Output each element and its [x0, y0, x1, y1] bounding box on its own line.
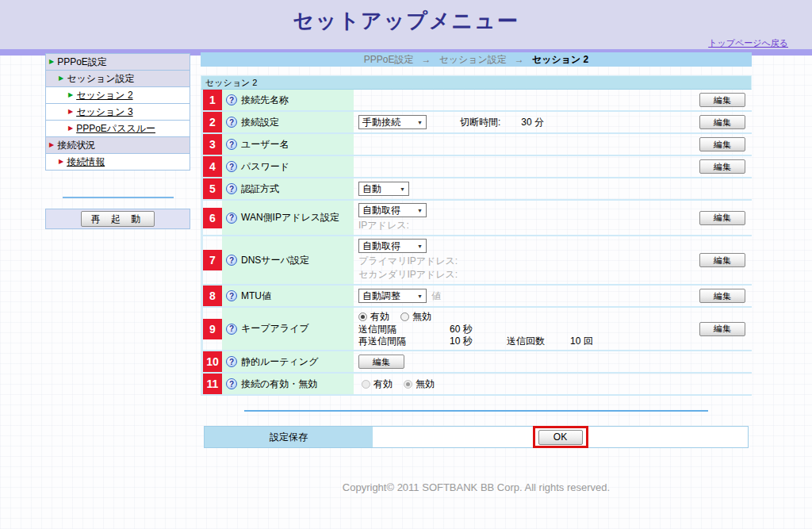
breadcrumb-arrow-icon: →: [421, 54, 431, 65]
sidebar-item-label: 接続状況: [57, 139, 95, 152]
sidebar: ▶ PPPoE設定 ▶ セッション設定 ▶ セッション 2 ▶ セッション 3 …: [45, 54, 190, 229]
ok-button[interactable]: OK: [538, 430, 583, 445]
help-icon[interactable]: ?: [226, 255, 237, 266]
row-label: WAN側IPアドレス設定: [241, 211, 339, 224]
breadcrumb-arrow-icon: →: [515, 54, 524, 65]
edit-button[interactable]: 編集: [699, 115, 745, 129]
keepalive-disabled-radio[interactable]: [400, 312, 409, 321]
connection-mode-select[interactable]: 手動接続 ▼: [358, 115, 427, 129]
select-value: 自動: [362, 182, 381, 196]
edit-button[interactable]: 編集: [699, 253, 745, 267]
row-connection-enable: 11 ? 接続の有効・無効 有効 無効: [203, 374, 752, 396]
static-routing-edit-button[interactable]: 編集: [358, 355, 404, 369]
sidebar-link-label[interactable]: セッション 2: [76, 89, 132, 102]
main-panel: PPPoE設定→セッション設定→セッション 2 セッション 2 1 ? 接続先名…: [201, 52, 752, 493]
breadcrumb-item: セッション設定: [439, 54, 506, 65]
row-number-badge: 6: [203, 208, 222, 228]
save-settings-label: 設定保存: [205, 427, 373, 447]
mtu-value-sublabel: 値: [431, 289, 441, 303]
row-mtu: 8 ? MTU値 自動調整 ▼ 値 編集: [203, 286, 752, 308]
row-number-badge: 3: [203, 134, 222, 155]
settings-table: 1 ? 接続先名称 編集 2 ? 接続設定 手動接続 ▼ 切断時間:: [201, 90, 752, 396]
radio-label: 有効: [373, 378, 393, 391]
row-number-badge: 2: [203, 112, 222, 132]
edit-button[interactable]: 編集: [699, 159, 745, 174]
section-header: セッション 2: [201, 75, 752, 90]
ip-address-sublabel: IPアドレス:: [358, 219, 685, 232]
help-icon[interactable]: ?: [226, 183, 237, 194]
breadcrumb-current: セッション 2: [532, 54, 588, 65]
sidebar-item-label: PPPoE設定: [57, 56, 107, 69]
back-to-top-link[interactable]: トップページへ戻る: [708, 37, 788, 49]
sidebar-link-label[interactable]: PPPoEパススルー: [76, 122, 155, 136]
row-number-badge: 5: [203, 178, 222, 199]
header-band: セットアップメニュー: [0, 0, 812, 49]
row-label: 接続設定: [241, 116, 279, 129]
help-icon[interactable]: ?: [226, 139, 237, 150]
arrow-icon: ▶: [59, 159, 63, 165]
help-icon[interactable]: ?: [226, 324, 237, 335]
row-static-routing: 10 ? 静的ルーティング 編集: [203, 351, 752, 374]
auth-method-select[interactable]: 自動 ▼: [358, 182, 409, 196]
select-value: 手動接続: [362, 116, 400, 129]
edit-button[interactable]: 編集: [699, 93, 745, 107]
select-value: 自動調整: [362, 289, 400, 303]
connection-disabled-radio: [404, 380, 412, 389]
help-icon[interactable]: ?: [226, 117, 237, 128]
row-label: キープアライブ: [241, 322, 309, 335]
help-icon[interactable]: ?: [226, 290, 237, 301]
help-icon[interactable]: ?: [226, 213, 237, 224]
radio-label: 無効: [412, 310, 431, 324]
edit-button[interactable]: 編集: [699, 137, 745, 151]
send-interval-label: 送信間隔: [358, 324, 450, 335]
sidebar-item-pppoe-passthrough[interactable]: ▶ PPPoEパススルー: [45, 120, 190, 137]
select-value: 自動取得: [362, 240, 400, 253]
row-number-badge: 11: [203, 374, 222, 394]
sidebar-divider: [63, 197, 174, 198]
edit-button[interactable]: 編集: [699, 322, 745, 336]
restart-button[interactable]: 再 起 動: [81, 211, 155, 227]
row-dns-server: 7 ? DNSサーバ設定 自動取得 ▼ プライマリIPアドレス: セカンダリIP…: [203, 236, 752, 286]
connection-enabled-radio: [362, 380, 370, 389]
sidebar-link-label[interactable]: セッション 3: [76, 105, 132, 119]
row-auth-method: 5 ? 認証方式 自動 ▼: [203, 178, 752, 201]
row-number-badge: 1: [203, 90, 222, 110]
help-icon[interactable]: ?: [226, 94, 237, 105]
primary-ip-sublabel: プライマリIPアドレス:: [358, 255, 685, 268]
arrow-icon: ▶: [49, 142, 54, 148]
sidebar-item-session-settings: ▶ セッション設定: [45, 70, 190, 87]
row-label: MTU値: [241, 289, 271, 303]
wan-ip-select[interactable]: 自動取得 ▼: [358, 203, 427, 217]
edit-button[interactable]: 編集: [699, 289, 745, 303]
arrow-icon: ▶: [68, 109, 73, 115]
help-icon[interactable]: ?: [226, 356, 237, 367]
row-label: ユーザー名: [241, 138, 289, 151]
sidebar-link-label[interactable]: 接続情報: [67, 155, 105, 169]
save-settings-row: 設定保存 OK: [204, 426, 749, 448]
ok-highlight-box: OK: [533, 426, 588, 448]
disconnect-time-label: 切断時間:: [460, 116, 500, 129]
help-icon[interactable]: ?: [226, 161, 237, 172]
mtu-select[interactable]: 自動調整 ▼: [358, 289, 427, 303]
row-label: パスワード: [241, 160, 289, 174]
row-label: 認証方式: [241, 182, 279, 196]
arrow-icon: ▶: [68, 92, 73, 98]
dropdown-arrow-icon: ▼: [417, 293, 423, 299]
bottom-divider: [244, 410, 708, 412]
row-wan-ip: 6 ? WAN側IPアドレス設定 自動取得 ▼ IPアドレス: 編集: [203, 201, 752, 236]
sidebar-item-connection-info[interactable]: ▶ 接続情報: [45, 153, 190, 171]
row-username: 3 ? ユーザー名 編集: [203, 134, 752, 156]
row-label: 接続の有効・無効: [241, 378, 317, 391]
keepalive-enabled-radio[interactable]: [358, 312, 367, 321]
row-number-badge: 4: [203, 156, 222, 177]
radio-label: 無効: [416, 378, 435, 391]
send-interval-value: 60 秒: [450, 324, 507, 335]
edit-button[interactable]: 編集: [699, 211, 745, 225]
help-icon[interactable]: ?: [226, 378, 237, 389]
sidebar-item-session-3[interactable]: ▶ セッション 3: [45, 103, 190, 121]
dns-server-select[interactable]: 自動取得 ▼: [358, 239, 427, 253]
sidebar-item-label: セッション設定: [67, 72, 134, 86]
row-password: 4 ? パスワード 編集: [203, 156, 752, 178]
send-count-value: 10 回: [570, 335, 627, 347]
sidebar-item-session-2[interactable]: ▶ セッション 2: [45, 86, 190, 104]
